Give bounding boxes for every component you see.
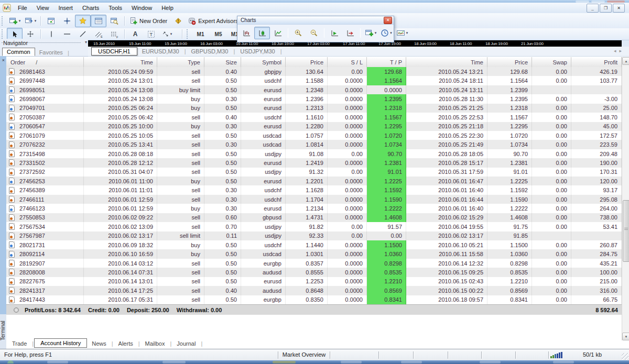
strategy-tester-button[interactable]: [106, 15, 122, 27]
periods-dropdown-button[interactable]: ▾: [378, 27, 394, 39]
terminal-close-icon[interactable]: ×: [1, 57, 6, 63]
column-header-tp[interactable]: T / P: [367, 57, 406, 67]
close-icon[interactable]: ✕: [384, 17, 392, 24]
table-row[interactable]: 270605472010.05.25 10:00buy0.30eurusd1.2…: [6, 122, 622, 131]
fibonacci-tool-button[interactable]: F: [106, 28, 122, 40]
table-row[interactable]: 273725922010.05.31 04:07sell0.50usdjpy91…: [6, 168, 622, 177]
column-header-symbol[interactable]: Symbol: [241, 57, 286, 67]
terminal-tab-account-history[interactable]: Account History: [34, 338, 87, 348]
toolbar-grip[interactable]: [2, 29, 4, 39]
metaeditor-button[interactable]: [170, 15, 186, 27]
scroll-down-icon[interactable]: ▼: [622, 333, 629, 340]
menu-view[interactable]: View: [32, 3, 54, 13]
equidistant-channel-tool-button[interactable]: E: [91, 28, 106, 40]
candlestick-chart-button[interactable]: [254, 27, 270, 39]
table-row[interactable]: 282276752010.06.14 13:01sell0.50eurusd1.…: [6, 277, 622, 286]
table-row[interactable]: 284174432010.06.17 05:31sell0.50eurgbp0.…: [6, 295, 622, 304]
table-row[interactable]: 274562532010.06.01 11:00buy0.50eurusd1.2…: [6, 177, 622, 185]
table-row[interactable]: 269974482010.05.24 13:01sell0.50usdchf1.…: [6, 76, 622, 85]
table-row[interactable]: 270497012010.05.25 06:24buy0.50eurusd1.2…: [6, 104, 622, 113]
terminal-tab-trade[interactable]: Trade: [7, 339, 31, 348]
mdi-close-button[interactable]: ✕: [613, 4, 625, 13]
table-row[interactable]: 275679872010.06.02 13:17sell limit0.11us…: [6, 231, 622, 240]
chart-tab-gbpusd-m30[interactable]: GBPUSD,M30: [187, 48, 233, 55]
scroll-up-icon[interactable]: ▲: [622, 57, 629, 65]
timeframe-m5[interactable]: M5: [210, 29, 227, 39]
navigator-tab-favorites[interactable]: Favorites: [35, 49, 67, 56]
column-header-swap-close[interactable]: Swap: [532, 57, 571, 67]
column-header-time2-close[interactable]: Time: [406, 57, 487, 67]
table-row[interactable]: 270503872010.05.25 06:42sell0.40usdchf1.…: [6, 113, 622, 122]
table-row[interactable]: 270762322010.05.25 13:41sell0.30usdcad1.…: [6, 140, 622, 149]
navigator-collapse-icon[interactable]: ▾: [85, 40, 87, 45]
expert-advisors-button[interactable]: Expert Advisors: [186, 15, 241, 27]
menu-help[interactable]: Help: [157, 3, 178, 13]
menu-window[interactable]: Window: [127, 3, 157, 13]
column-header-type[interactable]: Type: [157, 57, 204, 67]
column-header-order[interactable]: Order/: [6, 57, 84, 67]
table-row[interactable]: 274661112010.06.01 12:59sell0.30usdchf1.…: [6, 195, 622, 204]
new-chart-dropdown-button[interactable]: ▾: [363, 27, 378, 39]
vertical-scrollbar[interactable]: ▲ ▼: [622, 57, 629, 340]
text-tool-button[interactable]: A: [127, 28, 143, 40]
table-row[interactable]: 269980672010.05.24 13:08buy0.30eurusd1.2…: [6, 94, 622, 103]
navigator-header[interactable]: Navigator ▾: [0, 39, 88, 47]
table-row[interactable]: 274661232010.06.01 12:59buy0.30eurusd1.2…: [6, 204, 622, 213]
table-row[interactable]: 282413172010.06.14 17:25sell0.40audusd0.…: [6, 286, 622, 295]
new-order-button[interactable]: New Order: [127, 15, 170, 27]
resize-grip[interactable]: [622, 353, 628, 360]
terminal-toggle-button[interactable]: [91, 15, 106, 27]
table-row[interactable]: 273315022010.05.28 12:12sell0.50eurusd1.…: [6, 158, 622, 167]
line-chart-button[interactable]: [270, 27, 286, 39]
market-watch-button[interactable]: [44, 15, 59, 27]
bar-chart-button[interactable]: [238, 27, 254, 39]
toolbar-grip[interactable]: [187, 29, 189, 39]
zoom-in-button[interactable]: [290, 27, 306, 39]
navigator-tab-common[interactable]: Common: [2, 48, 35, 56]
column-header-sl[interactable]: S / L: [328, 57, 367, 67]
menu-charts[interactable]: Charts: [78, 3, 104, 13]
tab-scroll-right-icon[interactable]: ▸: [619, 48, 625, 53]
new-chart-button[interactable]: ▾: [7, 15, 23, 27]
table-row[interactable]: 274563892010.06.01 11:01sell0.30usdchf1.…: [6, 185, 622, 194]
templates-dropdown-button[interactable]: ▾: [394, 27, 410, 39]
table-row[interactable]: 269980512010.05.24 13:08buy limit0.50eur…: [6, 85, 622, 94]
profiles-button[interactable]: ▾: [23, 15, 38, 27]
chart-tab-usdchf-h1[interactable]: USDCHF,H1: [91, 47, 137, 56]
timeframe-m1[interactable]: M1: [192, 29, 209, 39]
zoom-out-button[interactable]: [306, 27, 322, 39]
chart-tab-scroll-arrows[interactable]: ◂▸: [614, 48, 625, 53]
table-row[interactable]: 281929072010.06.14 03:12sell0.50eurgbp0.…: [6, 259, 622, 268]
menu-insert[interactable]: Insert: [53, 3, 78, 13]
mdi-minimize-button[interactable]: _: [587, 4, 599, 13]
scrollbar-thumb[interactable]: [623, 200, 629, 262]
arrows-tool-button[interactable]: ▾: [159, 28, 175, 40]
column-header-profit-close[interactable]: Profit: [571, 57, 622, 67]
terminal-tab-alerts[interactable]: Alerts: [114, 339, 138, 348]
auto-scroll-button[interactable]: [327, 27, 342, 39]
charts-toolbar-titlebar[interactable]: Charts ✕: [237, 16, 394, 25]
column-header-size[interactable]: Size: [204, 57, 241, 67]
chart-shift-button[interactable]: [342, 27, 358, 39]
terminal-tab-mailbox[interactable]: Mailbox: [140, 339, 170, 348]
column-header-price[interactable]: Price: [286, 57, 328, 67]
menu-tools[interactable]: Tools: [104, 3, 127, 13]
table-row[interactable]: 270610792010.05.25 10:05sell0.50usdcad1.…: [6, 131, 622, 140]
terminal-tab-news[interactable]: News: [87, 339, 111, 348]
tab-scroll-left-icon[interactable]: ◂: [614, 48, 620, 53]
table-row[interactable]: 282080082010.06.14 07:31sell0.50audusd0.…: [6, 268, 622, 277]
menu-file[interactable]: File: [13, 3, 32, 13]
table-row[interactable]: 269814632010.05.24 09:59sell0.40gbpjpy13…: [6, 67, 622, 76]
table-row[interactable]: 273154982010.05.28 08:18sell0.50usdjpy91…: [6, 149, 622, 158]
column-header-price2-close[interactable]: Price: [487, 57, 532, 67]
table-row[interactable]: 280921142010.06.10 16:59buy0.50usdcad1.0…: [6, 249, 622, 258]
navigator-toggle-button[interactable]: [75, 15, 91, 27]
chart-tab-eurusd-m30[interactable]: EURUSD,M30: [137, 48, 184, 55]
data-window-button[interactable]: [59, 15, 75, 27]
chart-tab-usdjpy-m30[interactable]: USDJPY,M30: [235, 48, 279, 55]
text-label-tool-button[interactable]: T: [143, 28, 159, 40]
table-row[interactable]: 275675342010.06.02 13:09sell0.70usdjpy91…: [6, 222, 622, 231]
column-header-time[interactable]: Time: [84, 57, 157, 67]
mdi-restore-button[interactable]: ❐: [600, 4, 612, 13]
table-row[interactable]: 280217312010.06.09 18:32buy0.50usdchf1.1…: [6, 240, 622, 249]
